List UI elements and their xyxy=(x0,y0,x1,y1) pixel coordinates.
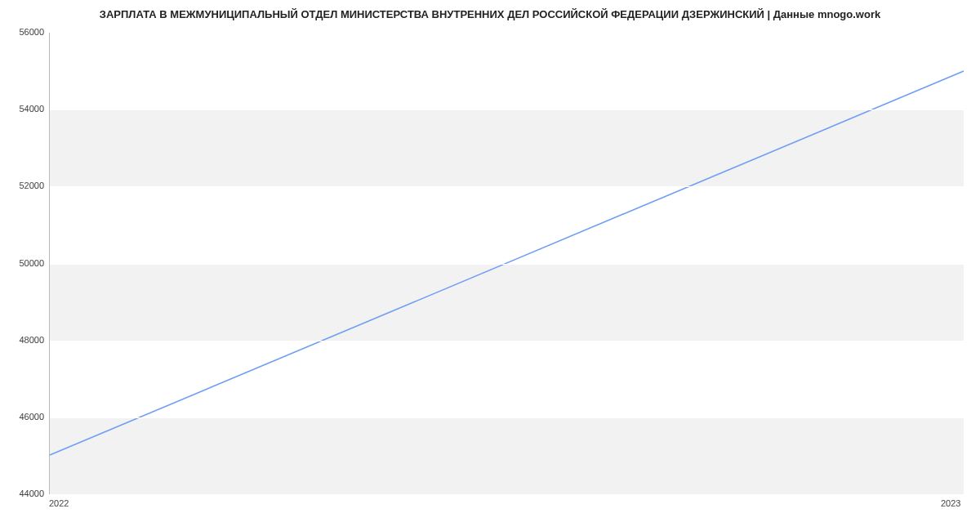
y-tick-label: 44000 xyxy=(3,489,44,498)
gridline xyxy=(50,33,964,33)
chart-title: ЗАРПЛАТА В МЕЖМУНИЦИПАЛЬНЫЙ ОТДЕЛ МИНИСТ… xyxy=(0,8,980,20)
gridline xyxy=(50,417,964,418)
gridline xyxy=(50,109,964,110)
x-tick-label: 2022 xyxy=(49,498,69,508)
gridline xyxy=(50,494,964,495)
gridline xyxy=(50,264,964,265)
plot-area xyxy=(49,33,964,494)
y-tick-label: 48000 xyxy=(3,335,44,345)
y-tick-label: 56000 xyxy=(3,27,44,37)
x-tick-label: 2023 xyxy=(941,498,960,508)
y-tick-label: 50000 xyxy=(3,258,44,268)
chart-container: ЗАРПЛАТА В МЕЖМУНИЦИПАЛЬНЫЙ ОТДЕЛ МИНИСТ… xyxy=(0,0,980,531)
y-tick-label: 52000 xyxy=(3,181,44,190)
y-tick-label: 46000 xyxy=(3,412,44,422)
y-tick-label: 54000 xyxy=(3,104,44,114)
gridline xyxy=(50,186,964,187)
gridline xyxy=(50,341,964,341)
